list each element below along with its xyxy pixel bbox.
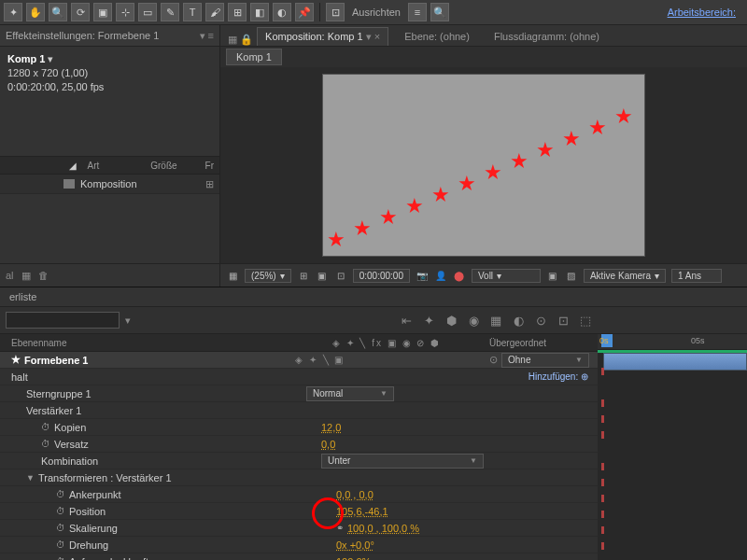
composite-dropdown[interactable]: Unter▼ — [321, 454, 484, 469]
opacity-value[interactable]: 100,0% — [336, 556, 371, 561]
row-scale[interactable]: ⏱Skalierung ⚭100,0 , 100,0 % — [0, 520, 598, 537]
tool-zoom-icon[interactable]: 🔍 — [49, 3, 67, 21]
breadcrumb-comp[interactable]: Komp 1 — [226, 49, 282, 65]
tool-brush-icon[interactable]: 🖌 — [205, 3, 224, 21]
tool-pen-icon[interactable]: ✎ — [161, 3, 179, 21]
row-composite[interactable]: Kombination Unter▼ — [0, 453, 598, 469]
stopwatch-icon[interactable]: ⏱ — [41, 422, 50, 432]
tool-roto-icon[interactable]: ◐ — [273, 3, 291, 21]
position-y-value[interactable]: -46,1 — [365, 506, 388, 517]
layer-duration-bar[interactable] — [603, 353, 747, 371]
row-repeater[interactable]: Verstärker 1 — [0, 402, 598, 419]
stopwatch-icon[interactable]: ⏱ — [41, 439, 50, 449]
row-transform[interactable]: ▼Transformieren : Verstärker 1 — [0, 469, 598, 486]
search-help-icon[interactable]: 🔍 — [430, 3, 449, 21]
row-offset[interactable]: ⏱Versatz 0,0 — [0, 436, 598, 453]
stopwatch-icon[interactable]: ⏱ — [56, 556, 65, 560]
transparency-icon[interactable]: ▨ — [565, 269, 578, 282]
camera-dropdown[interactable]: Aktive Kamera▾ — [584, 269, 666, 283]
row-anchor[interactable]: ⏱Ankerpunkt 0,0 , 0,0 — [0, 486, 598, 503]
stopwatch-icon[interactable]: ⏱ — [56, 523, 65, 533]
alpha-icon[interactable]: ▦ — [226, 269, 239, 282]
time-ruler[interactable]: 0s 05s — [598, 334, 747, 350]
ruler-tick-0: 0s — [599, 336, 609, 345]
timecode-display[interactable]: 0:00:00:00 — [353, 269, 410, 283]
disclosure-icon[interactable]: ▼ — [26, 473, 35, 483]
viewer-controls: ▦ (25%)▾ ⊞ ▣ ⊡ 0:00:00:00 📷 👤 ⬤ Voll▾ ▣ … — [220, 263, 747, 287]
k-icon[interactable]: al — [6, 270, 14, 281]
composition-viewer[interactable]: ★ ★ ★ ★ ★ ★ ★ ★ ★ ★ ★ ★ — [220, 67, 747, 263]
tl-icon-1[interactable]: ⇤ — [398, 312, 415, 329]
snap-icon[interactable]: ⊡ — [326, 3, 345, 21]
tab-composition[interactable]: Komposition: Komp 1 ▾ × — [257, 27, 388, 46]
project-row[interactable]: Komposition ⊞ — [0, 175, 219, 194]
views-dropdown[interactable]: 1 Ans — [671, 269, 722, 283]
bpc-icon[interactable]: ▦ — [21, 270, 31, 282]
tl-icon-7[interactable]: ⊙ — [532, 312, 549, 329]
parent-pickwhip-icon[interactable]: ⊙ — [489, 354, 498, 366]
stopwatch-icon[interactable]: ⏱ — [56, 506, 65, 516]
tab-flowchart[interactable]: Flussdiagramm: (ohne) — [486, 27, 608, 46]
scale-value[interactable]: 100,0 , 100,0 % — [347, 523, 419, 534]
tool-pin-icon[interactable]: 📌 — [295, 3, 314, 21]
tab-layer[interactable]: Ebene: (ohne) — [396, 27, 478, 46]
row-opacity[interactable]: ⏱Anfangsdeckkraft 100,0% — [0, 553, 598, 560]
add-button[interactable]: Hinzufügen: ⊕ — [529, 371, 588, 382]
channel-icon[interactable]: ⬤ — [453, 269, 466, 282]
position-x-value[interactable]: 105,6 — [336, 506, 362, 517]
tool-anchor-icon[interactable]: ⊹ — [116, 3, 134, 21]
col-layer-name: Ebenenname — [0, 338, 291, 348]
project-columns: ◢ Art Größe Fr — [0, 156, 219, 175]
tl-icon-9[interactable]: ⬚ — [577, 312, 594, 329]
tl-icon-2[interactable]: ✦ — [420, 312, 437, 329]
tool-text-icon[interactable]: T — [183, 3, 202, 21]
roi-icon[interactable]: ▣ — [546, 269, 559, 282]
timeline-panel: erliste ▾ ⇤ ✦ ⬢ ◉ ▦ ◐ ⊙ ⊡ ⬚ Ebenenname ◈… — [0, 287, 747, 560]
layer-search-input[interactable] — [6, 312, 120, 329]
show-snapshot-icon[interactable]: 👤 — [434, 269, 447, 282]
blendmode-dropdown[interactable]: Normal▼ — [306, 386, 394, 401]
copies-value[interactable]: 12,0 — [321, 422, 341, 433]
row-stargroup[interactable]: Sterngruppe 1 Normal▼ — [0, 385, 598, 402]
row-rotation[interactable]: ⏱Drehung 0x +0,0° — [0, 537, 598, 553]
snapshot-icon[interactable]: 📷 — [416, 269, 429, 282]
res-icon[interactable]: ⊞ — [297, 269, 310, 282]
tl-icon-8[interactable]: ⊡ — [555, 312, 571, 329]
timeline-track-area[interactable]: 0s 05s — [598, 334, 747, 560]
trash-icon[interactable]: 🗑 — [38, 270, 49, 281]
stopwatch-icon[interactable]: ⏱ — [56, 489, 65, 499]
row-contents[interactable]: halt Hinzufügen: ⊕ — [0, 369, 598, 385]
grid-icon[interactable]: ⊡ — [334, 269, 347, 282]
tl-icon-4[interactable]: ◉ — [465, 312, 482, 329]
layer-switches[interactable]: ◈ ✦ ╲ ▣ — [291, 355, 345, 365]
flowchart-icon[interactable]: ⊞ — [205, 178, 214, 190]
tool-camera-icon[interactable]: ▣ — [93, 3, 112, 21]
link-icon[interactable]: ⚭ — [336, 523, 344, 533]
panel-menu-icon[interactable]: ▾ ≡ — [200, 30, 214, 42]
zoom-dropdown[interactable]: (25%)▾ — [245, 269, 291, 283]
anchor-value[interactable]: 0,0 , 0,0 — [336, 489, 374, 500]
tl-icon-3[interactable]: ⬢ — [443, 312, 459, 329]
stopwatch-icon[interactable]: ⏱ — [56, 539, 65, 550]
tool-arrow-icon[interactable]: ✦ — [4, 3, 22, 21]
layer-row[interactable]: ★Formebene 1 ◈ ✦ ╲ ▣ ⊙Ohne▼ — [0, 352, 598, 369]
tool-stamp-icon[interactable]: ⊞ — [228, 3, 247, 21]
tool-rotate-icon[interactable]: ⟳ — [71, 3, 90, 21]
tool-hand-icon[interactable]: ✋ — [26, 3, 45, 21]
row-position[interactable]: ⏱Position 105,6, -46,1 — [0, 503, 598, 520]
effect-settings-header[interactable]: Effekteinstellungen: Formebene 1 ▾ ≡ — [0, 25, 219, 47]
resolution-dropdown[interactable]: Voll▾ — [472, 269, 541, 283]
workspace-menu[interactable]: Arbeitsbereich: — [668, 7, 743, 18]
safe-icon[interactable]: ▣ — [316, 269, 329, 282]
offset-value[interactable]: 0,0 — [321, 439, 335, 450]
tool-eraser-icon[interactable]: ◧ — [250, 3, 269, 21]
tool-rect-icon[interactable]: ▭ — [138, 3, 157, 21]
align-icon[interactable]: ≡ — [408, 3, 427, 21]
lock-icon[interactable]: ▦ 🔒 — [228, 34, 253, 46]
tl-icon-5[interactable]: ▦ — [487, 312, 504, 329]
timeline-tab[interactable]: erliste — [0, 288, 46, 305]
row-copies[interactable]: ⏱Kopien 12,0 — [0, 419, 598, 436]
rotation-value[interactable]: 0x +0,0° — [336, 539, 374, 551]
tl-icon-6[interactable]: ◐ — [510, 312, 527, 329]
parent-dropdown[interactable]: Ohne▼ — [501, 353, 589, 368]
